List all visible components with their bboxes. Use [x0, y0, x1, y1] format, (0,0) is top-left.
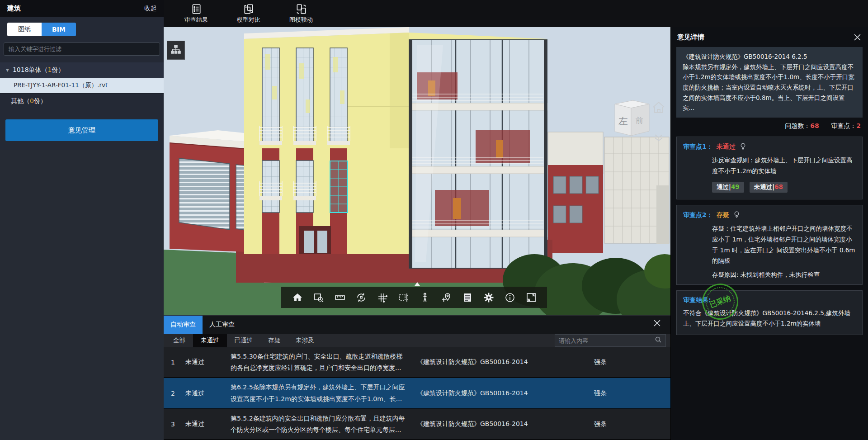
sidebar-filter-input[interactable]	[4, 43, 160, 56]
tree-group-other[interactable]: 其他（0份）	[0, 93, 164, 109]
pin-icon[interactable]	[440, 292, 452, 303]
source-tabs: 图纸 BIM	[7, 23, 156, 36]
tab-auto-review[interactable]: 自动审查	[164, 316, 203, 334]
filter-doubt[interactable]: 存疑	[260, 334, 288, 347]
review-list-panel: 自动审查 人工审查 全部 未通过 已通过 存疑 未涉及 1 未通过 第5.5	[164, 315, 670, 440]
cube-left-label: 左	[618, 116, 628, 127]
review-stats: 问题数：68 审查点：2	[678, 122, 861, 130]
filter-failed[interactable]: 未通过	[193, 334, 227, 347]
close-icon[interactable]	[654, 320, 660, 326]
fullscreen-icon[interactable]	[525, 292, 537, 303]
close-icon[interactable]	[854, 34, 861, 41]
info-icon[interactable]	[504, 292, 516, 303]
top-toolbar: 审查结果 模型对比 图模联动	[164, 0, 868, 27]
filter-passed[interactable]: 已通过	[227, 334, 261, 347]
highlighted-wall-opening[interactable]	[330, 161, 348, 213]
review-results-icon	[190, 3, 202, 15]
status-filter-bar: 全部 未通过 已通过 存疑 未涉及	[164, 334, 670, 347]
review-results-table: 1 未通过 第5.5.30条住宅建筑的户门、安全出口、疏散走道和疏散楼梯的各自总…	[164, 347, 670, 440]
tool-label: 模型对比	[237, 16, 260, 24]
pass-count-badge: 通过|49	[712, 182, 744, 193]
tree-file-selected[interactable]: PRE-TJYY-1-AR-F01-11（原）.rvt	[0, 78, 164, 93]
toolbar-expand-caret[interactable]	[415, 282, 420, 286]
opinion-detail-panel: 意见详情 《建筑设计防火规范》GB50016-2014 6.2.5 除本规范另有…	[670, 27, 868, 440]
result-label: 审查结果:	[683, 296, 711, 304]
point1-rule-text: 违反审查规则：建筑外墙上、下层开口之间应设置高度不小于1.2m的实体墙	[712, 155, 856, 176]
viewer-toolbar	[281, 287, 547, 308]
filter-notinvolved[interactable]: 未涉及	[288, 334, 322, 347]
grid-icon[interactable]	[377, 292, 388, 303]
tree-group-1018[interactable]: ▼ 1018单体（1份）	[0, 62, 164, 78]
point2-reason-text: 存疑原因: 未找到相关构件，未执行检查	[712, 271, 856, 279]
point1-label: 审查点1：	[683, 143, 713, 151]
regulation-title: 《建筑设计防火规范》GB50016-2014 6.2.5	[683, 52, 856, 62]
sidebar-title: 建筑	[7, 4, 21, 13]
measure-icon[interactable]	[334, 292, 346, 303]
model-tree-button[interactable]	[167, 41, 185, 60]
point1-status: 未通过	[717, 143, 736, 151]
bulb-icon[interactable]	[733, 211, 741, 220]
tree-group-label: 1018单体（1份）	[13, 66, 65, 74]
tree-group-label: 其他（0份）	[11, 97, 47, 105]
tool-label: 图模联动	[289, 16, 313, 24]
regulation-body: 除本规范另有规定外，建筑外墙上、下层开口之间应设置高度不小于1.2m的实体墙或挑…	[683, 62, 856, 113]
settings-icon[interactable]	[483, 292, 495, 303]
model-tree-icon	[170, 44, 181, 57]
review-point-2-card: 审查点2： 存疑 存疑：住宅建筑外墙上相邻户开口之间的墙体宽度不应小于 1m，住…	[676, 205, 863, 285]
panel-title: 意见详情	[677, 33, 704, 42]
result-body-text: 不符合《建筑设计防火规范》GB50016-20146.2.5,建筑外墙上、下层开…	[683, 308, 856, 329]
drawing-model-link-button[interactable]: 图模联动	[282, 3, 320, 24]
table-row-selected[interactable]: 2 未通过 第6.2.5条除本规范另有规定外，建筑外墙上、下层开口之间应设置高度…	[164, 378, 670, 409]
fail-count-badge: 未通过|68	[750, 182, 788, 193]
rotate-icon[interactable]	[355, 292, 367, 303]
result-search-box	[555, 334, 666, 347]
search-icon[interactable]	[655, 336, 662, 345]
review-result-card: 审查结果: 已采纳 不符合《建筑设计防火规范》GB50016-20146.2.5…	[676, 290, 863, 335]
result-search-input[interactable]	[559, 337, 655, 344]
model-viewport[interactable]: 左 前	[164, 27, 670, 315]
opinion-manage-button[interactable]: 意见管理	[5, 119, 158, 141]
table-row[interactable]: 1 未通过 第5.5.30条住宅建筑的户门、安全出口、疏散走道和疏散楼梯的各自总…	[164, 347, 670, 378]
bim-review-app: 建筑 收起 图纸 BIM ▼ 1018单体（1份） PRE-TJYY-1-AR-…	[0, 0, 868, 440]
review-results-button[interactable]: 审查结果	[177, 3, 215, 24]
zoom-select-icon[interactable]	[313, 292, 325, 303]
collapse-button[interactable]: 收起	[144, 5, 156, 13]
cube-front-label: 前	[636, 116, 643, 125]
point2-rule-text: 存疑：住宅建筑外墙上相邻户开口之间的墙体宽度不应小于 1m，住宅外墙相邻户开口之…	[712, 223, 856, 266]
caret-down-icon: ▼	[6, 68, 9, 72]
opinion-detail-header: 意见详情	[671, 27, 868, 47]
review-mode-tabs: 自动审查 人工审查	[164, 316, 670, 334]
sidebar: 建筑 收起 图纸 BIM ▼ 1018单体（1份） PRE-TJYY-1-AR-…	[0, 0, 164, 440]
home-icon[interactable]	[292, 292, 303, 303]
points-label: 审查点：	[831, 122, 856, 129]
sidebar-header: 建筑 收起	[0, 0, 164, 17]
bulb-icon[interactable]	[739, 142, 747, 151]
tab-drawing[interactable]: 图纸	[7, 23, 42, 36]
model-compare-icon	[243, 3, 255, 15]
issues-value: 68	[810, 122, 819, 129]
tab-bim[interactable]: BIM	[42, 23, 76, 36]
review-point-1-card: 审查点1： 未通过 违反审查规则：建筑外墙上、下层开口之间应设置高度不小于1.2…	[676, 137, 863, 199]
issues-label: 问题数：	[785, 122, 810, 129]
sidebar-filler	[0, 150, 164, 440]
model-compare-button[interactable]: 模型对比	[230, 3, 268, 24]
table-row[interactable]: 3 未通过 第5.5.2条建筑内的安全出口和疏散门应分散布置，且建筑内每个防火分…	[164, 409, 670, 440]
list-icon[interactable]	[462, 292, 473, 303]
filter-all[interactable]: 全部	[165, 334, 193, 347]
drawing-model-link-icon	[295, 3, 307, 15]
point2-status: 存疑	[717, 211, 729, 219]
walkthrough-icon[interactable]	[419, 292, 431, 303]
point2-label: 审查点2：	[683, 211, 713, 219]
tab-manual-review[interactable]: 人工审查	[203, 316, 241, 334]
section-icon[interactable]	[398, 292, 410, 303]
tool-label: 审查结果	[184, 16, 208, 24]
building-model-scene: 左 前	[164, 27, 670, 315]
points-value: 2	[856, 122, 861, 129]
navigation-cube[interactable]: 左 前	[615, 100, 649, 136]
regulation-card: 《建筑设计防火规范》GB50016-2014 6.2.5 除本规范另有规定外，建…	[676, 47, 863, 118]
